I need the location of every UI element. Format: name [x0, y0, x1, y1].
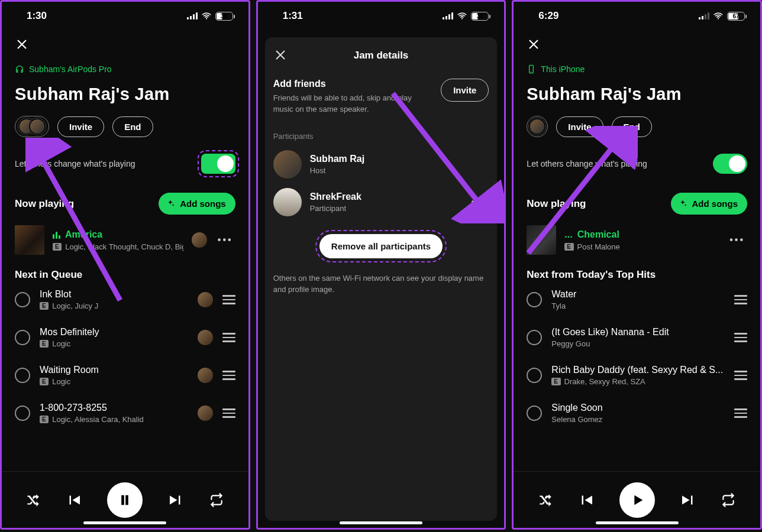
next-icon[interactable]: [679, 491, 697, 509]
close-icon[interactable]: [15, 37, 29, 51]
track-title: Mos Definitely: [40, 327, 188, 338]
queue-row[interactable]: Ink BlotELogic, Juicy J: [15, 281, 235, 319]
queue-heading: Next in Queue: [15, 269, 235, 281]
invite-button[interactable]: Invite: [556, 116, 603, 137]
queue-row[interactable]: 1-800-273-8255ELogic, Alessia Cara, Khal…: [15, 394, 235, 432]
home-indicator: [83, 521, 166, 524]
track-title: Ink Blot: [40, 289, 188, 300]
queue-row[interactable]: (It Goes Like) Nanana - EditPeggy Gou: [527, 319, 747, 356]
phone-icon: [527, 64, 536, 74]
track-title: Rich Baby Daddy (feat. Sexyy Red & S...: [551, 365, 725, 375]
queue-row[interactable]: Mos DefinitelyELogic: [15, 319, 235, 356]
toggle-label: Let others change what's playing: [15, 159, 135, 168]
explicit-badge: E: [53, 243, 62, 251]
add-songs-button[interactable]: Add songs: [671, 193, 748, 215]
select-circle[interactable]: [527, 406, 542, 421]
select-circle[interactable]: [527, 292, 542, 307]
end-button[interactable]: End: [612, 116, 652, 137]
device-indicator[interactable]: Subham's AirPods Pro: [15, 64, 235, 74]
track-artist: Drake, Sexyy Red, SZA: [564, 377, 645, 386]
remove-all-button[interactable]: Remove all participants: [319, 234, 443, 258]
avatar: [29, 118, 46, 135]
status-indicators: 38: [187, 11, 233, 21]
participants-pill[interactable]: [527, 116, 548, 137]
battery-icon: 38: [471, 12, 489, 21]
track-artist: Peggy Gou: [551, 339, 590, 348]
select-circle[interactable]: [527, 330, 542, 345]
drag-handle-icon[interactable]: [222, 330, 235, 345]
device-label: This iPhone: [541, 64, 585, 74]
select-circle[interactable]: [15, 406, 30, 421]
sparkle-icon: [166, 199, 175, 209]
added-by-avatar: [198, 292, 213, 307]
wifi-icon: [457, 11, 467, 21]
svg-point-2: [461, 18, 463, 19]
now-playing-heading: Now playing: [527, 198, 586, 210]
repeat-icon[interactable]: [209, 492, 224, 508]
next-icon[interactable]: [167, 491, 185, 509]
avatar: [529, 118, 545, 135]
drag-handle-icon[interactable]: [222, 406, 235, 420]
status-time: 6:29: [538, 10, 558, 22]
pause-button[interactable]: [107, 482, 143, 518]
others-control-toggle[interactable]: [713, 154, 747, 174]
jam-details-modal: Jam details Add friends Friends will be …: [265, 37, 498, 521]
queue-row[interactable]: Waiting RoomELogic: [15, 356, 235, 394]
drag-handle-icon[interactable]: [222, 368, 235, 382]
track-title: (It Goes Like) Nanana - Edit: [551, 327, 725, 338]
drag-handle-icon[interactable]: [734, 330, 747, 345]
close-icon[interactable]: [273, 48, 288, 62]
queue-row[interactable]: WaterTyla: [527, 281, 747, 319]
added-by-avatar: [192, 232, 207, 248]
explicit-badge: E: [40, 416, 49, 423]
invite-button[interactable]: Invite: [57, 116, 104, 137]
sparkle-icon: [678, 199, 687, 209]
queue-row[interactable]: Rich Baby Daddy (feat. Sexyy Red & S...E…: [527, 356, 747, 394]
invite-button[interactable]: Invite: [441, 79, 489, 102]
toggle-label: Let others change what's playing: [527, 159, 647, 168]
previous-icon[interactable]: [577, 491, 595, 509]
participants-pill[interactable]: [15, 116, 49, 137]
track-artist: Tyla: [551, 301, 566, 310]
select-circle[interactable]: [15, 330, 30, 345]
modal-title: Jam details: [354, 50, 409, 61]
track-artist: Logic: [52, 339, 70, 348]
previous-icon[interactable]: [65, 491, 83, 509]
track-title: Water: [551, 289, 725, 300]
drag-handle-icon[interactable]: [734, 293, 747, 307]
drag-handle-icon[interactable]: [734, 406, 747, 420]
battery-icon: 67: [727, 12, 745, 21]
status-bar: 6:29 67: [514, 2, 760, 30]
more-icon[interactable]: •••: [727, 235, 747, 245]
status-time: 1:30: [27, 10, 47, 22]
shuffle-icon[interactable]: [538, 492, 553, 508]
status-bar: 1:31 38: [258, 2, 505, 30]
add-songs-button[interactable]: Add songs: [159, 193, 235, 215]
drag-handle-icon[interactable]: [222, 293, 235, 307]
select-circle[interactable]: [527, 368, 542, 383]
close-icon[interactable]: [527, 37, 541, 51]
drag-handle-icon[interactable]: [734, 368, 747, 382]
others-control-toggle[interactable]: [201, 154, 235, 174]
end-button[interactable]: End: [112, 116, 153, 137]
track-artist: Logic, Black Thought, Chuck D, Big...: [65, 242, 183, 251]
status-time: 1:31: [283, 10, 303, 22]
shuffle-icon[interactable]: [25, 492, 41, 508]
more-icon[interactable]: •••: [469, 197, 489, 207]
select-circle[interactable]: [15, 292, 30, 307]
repeat-icon[interactable]: [721, 492, 736, 508]
avatar: [273, 188, 302, 216]
more-icon[interactable]: •••: [215, 235, 235, 245]
play-button[interactable]: [619, 482, 655, 518]
track-artist: Logic, Alessia Cara, Khalid: [52, 415, 144, 424]
now-playing-row[interactable]: America ELogic, Black Thought, Chuck D, …: [15, 225, 235, 255]
participant-name: Subham Raj: [310, 154, 364, 164]
queue-row[interactable]: Single SoonSelena Gomez: [527, 394, 747, 432]
now-playing-row[interactable]: ... Chemical EPost Malone •••: [527, 225, 747, 255]
device-indicator[interactable]: This iPhone: [527, 64, 747, 74]
participant-role: Host: [310, 166, 364, 175]
jam-title: Subham Raj's Jam: [527, 85, 747, 104]
participant-row: Subham Raj Host: [273, 150, 489, 179]
track-artist: Logic, Juicy J: [52, 301, 98, 310]
select-circle[interactable]: [15, 368, 30, 383]
